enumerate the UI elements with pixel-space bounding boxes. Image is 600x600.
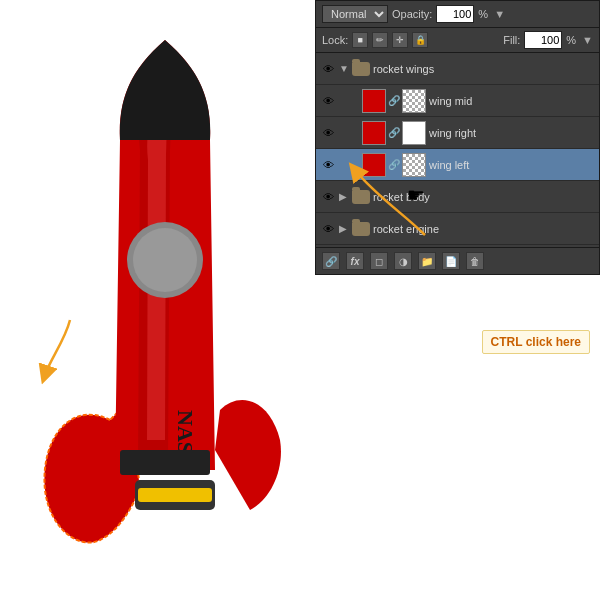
eye-icon-rocket-body[interactable] — [320, 189, 336, 205]
lock-label: Lock: — [322, 34, 348, 46]
nose-cone — [120, 40, 210, 140]
lock-all-btn[interactable]: 🔒 — [412, 32, 428, 48]
fill-input[interactable] — [524, 31, 562, 49]
engine-yellow — [138, 488, 212, 502]
layer-row-wing-mid[interactable]: 🔗 wing mid — [316, 85, 599, 117]
ctrl-click-text: CTRL click here — [491, 335, 581, 349]
eye-icon-rocket-wings[interactable] — [320, 61, 336, 77]
adjustment-icon[interactable]: ◑ — [394, 252, 412, 270]
opacity-input[interactable] — [436, 5, 474, 23]
ctrl-click-tooltip: CTRL click here — [482, 330, 590, 354]
black-band — [120, 450, 210, 475]
eye-icon-wing-right[interactable] — [320, 125, 336, 141]
lock-pixels-btn[interactable]: ■ — [352, 32, 368, 48]
folder-icon-rocket-wings — [352, 62, 370, 76]
layer-row-wing-left[interactable]: 🔗 wing left — [316, 149, 599, 181]
folder-new-icon[interactable]: 📁 — [418, 252, 436, 270]
chain-icon-wing-left: 🔗 — [389, 157, 399, 173]
opacity-dropdown-icon[interactable]: ▼ — [494, 8, 505, 20]
expand-arrow-rocket-body[interactable]: ▶ — [339, 191, 349, 202]
layer-name-wing-left: wing left — [429, 159, 595, 171]
layer-row-wing-right[interactable]: 🔗 wing right — [316, 117, 599, 149]
fill-pct: % — [566, 34, 576, 46]
lock-bar: Lock: ■ ✏ ✛ 🔒 Fill: % ▼ — [316, 28, 599, 53]
rocket-svg: NASA — [30, 20, 300, 590]
eye-icon-wing-mid[interactable] — [320, 93, 336, 109]
fx-icon[interactable]: fx — [346, 252, 364, 270]
folder-icon-rocket-body — [352, 190, 370, 204]
layer-name-wing-right: wing right — [429, 127, 595, 139]
porthole-inner — [133, 228, 197, 292]
layer-name-wing-mid: wing mid — [429, 95, 595, 107]
layer-name-rocket-engine: rocket engine — [373, 223, 595, 235]
thumb1-wing-left — [362, 153, 386, 177]
panel-bottom-toolbar: 🔗 fx ◻ ◑ 📁 📄 🗑 — [316, 247, 599, 274]
chain-icon-wing-mid: 🔗 — [389, 93, 399, 109]
expand-arrow-rocket-engine[interactable]: ▶ — [339, 223, 349, 234]
thumb2-wing-left — [402, 153, 426, 177]
thumb2-wing-right — [402, 121, 426, 145]
blend-mode-select[interactable]: Normal — [322, 5, 388, 23]
expand-arrow-rocket-wings[interactable]: ▼ — [339, 63, 349, 74]
fill-label: Fill: — [503, 34, 520, 46]
link-icon[interactable]: 🔗 — [322, 252, 340, 270]
eye-icon-wing-left[interactable] — [320, 157, 336, 173]
layer-name-rocket-wings: rocket wings — [373, 63, 595, 75]
lock-position-btn[interactable]: ✛ — [392, 32, 408, 48]
layers-panel: Normal Opacity: % ▼ Lock: ■ ✏ ✛ 🔒 Fill: … — [315, 0, 600, 275]
rocket-illustration: NASA — [0, 0, 320, 600]
chain-icon-wing-right: 🔗 — [389, 125, 399, 141]
thumb2-wing-mid — [402, 89, 426, 113]
blend-opacity-bar: Normal Opacity: % ▼ — [316, 1, 599, 28]
layers-list: ▼ rocket wings 🔗 wing mid 🔗 wing right — [316, 53, 599, 245]
layer-row-rocket-engine[interactable]: ▶ rocket engine — [316, 213, 599, 245]
opacity-pct: % — [478, 8, 488, 20]
delete-icon[interactable]: 🗑 — [466, 252, 484, 270]
mask-icon[interactable]: ◻ — [370, 252, 388, 270]
lock-image-btn[interactable]: ✏ — [372, 32, 388, 48]
layer-row-rocket-body[interactable]: ▶ rocket body — [316, 181, 599, 213]
folder-icon-rocket-engine — [352, 222, 370, 236]
opacity-label: Opacity: — [392, 8, 432, 20]
fill-dropdown-icon[interactable]: ▼ — [582, 34, 593, 46]
thumb1-wing-right — [362, 121, 386, 145]
layer-row-rocket-wings[interactable]: ▼ rocket wings — [316, 53, 599, 85]
cursor-hand: ☛ — [407, 183, 425, 207]
thumb1-wing-mid — [362, 89, 386, 113]
new-layer-icon[interactable]: 📄 — [442, 252, 460, 270]
eye-icon-rocket-engine[interactable] — [320, 221, 336, 237]
wing-right-shape — [215, 400, 281, 510]
